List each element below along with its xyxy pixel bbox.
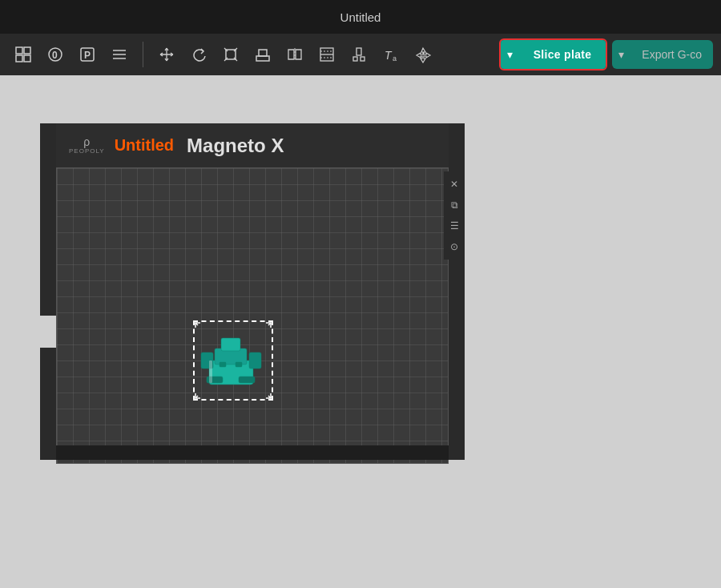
part-button[interactable]: P: [72, 39, 103, 70]
selection-corner-bl: [193, 389, 204, 401]
model-container[interactable]: [189, 316, 277, 405]
peopoly-brand-text: PEOPOLY: [69, 147, 105, 155]
selection-corner-br: [262, 389, 273, 401]
window-title: Untitled: [340, 10, 381, 24]
export-gcode-button[interactable]: Export G-co: [630, 40, 713, 69]
svg-rect-19: [353, 57, 357, 61]
svg-rect-0: [16, 47, 22, 54]
svg-rect-13: [259, 50, 267, 56]
flatten-button[interactable]: [248, 39, 278, 70]
bed-model-name: Magneto X: [187, 135, 284, 157]
assemble-button[interactable]: [408, 39, 438, 70]
scale-button[interactable]: [215, 39, 246, 70]
cut-button[interactable]: [312, 39, 342, 70]
layers-button[interactable]: [104, 39, 135, 70]
toolbar-tools-group: T a: [151, 39, 438, 70]
text-button[interactable]: T a: [376, 39, 406, 70]
toolbar-divider-1: [143, 42, 143, 67]
3d-viewport[interactable]: ρ PEOPOLY Untitled Magneto X: [0, 75, 721, 588]
toolbar: 0 P: [0, 34, 721, 75]
svg-text:0: 0: [52, 50, 58, 61]
split-button[interactable]: [280, 39, 310, 70]
print-bed: ρ PEOPOLY Untitled Magneto X: [40, 123, 465, 460]
bed-settings-icon[interactable]: ⊙: [446, 239, 462, 255]
bed-side-icons: ✕ ⧉ ☰ ⊙: [444, 171, 465, 260]
svg-text:T: T: [385, 49, 393, 62]
rotate-button[interactable]: [183, 39, 214, 70]
chevron-down-icon: ▾: [507, 48, 513, 61]
action-buttons: ▾ Slice plate ▾ Export G-co: [499, 38, 713, 70]
bed-header: ρ PEOPOLY Untitled Magneto X: [56, 123, 449, 167]
bed-copy-icon[interactable]: ⧉: [446, 197, 462, 213]
chevron-down-icon-2: ▾: [618, 48, 624, 61]
svg-rect-20: [360, 57, 365, 61]
svg-rect-1: [24, 47, 30, 54]
svg-text:a: a: [393, 54, 397, 62]
selection-corner-tr: [262, 320, 273, 332]
bed-surface: [56, 167, 449, 464]
svg-rect-2: [16, 55, 22, 62]
svg-rect-21: [356, 48, 361, 55]
bed-notch-left: [40, 123, 58, 460]
slice-dropdown-button[interactable]: ▾: [501, 40, 519, 69]
support-button[interactable]: [344, 39, 374, 70]
slice-plate-button[interactable]: Slice plate: [519, 40, 606, 69]
svg-text:P: P: [84, 50, 91, 61]
title-bar: Untitled: [0, 0, 721, 34]
bed-list-icon[interactable]: ☰: [446, 218, 462, 234]
bed-project-title: Untitled: [115, 136, 174, 155]
export-gcode-wrapper: ▾ Export G-co: [612, 40, 713, 69]
object-button[interactable]: 0: [40, 39, 70, 70]
selection-box: [193, 320, 273, 401]
bed-logo: ρ PEOPOLY: [69, 136, 105, 155]
svg-rect-12: [256, 56, 269, 61]
toolbar-left-group: 0 P: [8, 39, 135, 70]
export-dropdown-button[interactable]: ▾: [612, 40, 630, 69]
bed-close-icon[interactable]: ✕: [446, 176, 462, 192]
bed-grid: [57, 168, 448, 463]
selection-corner-tl: [193, 320, 204, 332]
peopoly-logo-icon: ρ: [83, 136, 90, 147]
plates-button[interactable]: [8, 39, 38, 70]
bed-bottom: [56, 445, 449, 460]
slice-plate-wrapper: ▾ Slice plate: [499, 38, 608, 70]
svg-rect-3: [24, 55, 30, 62]
move-button[interactable]: [151, 39, 182, 70]
